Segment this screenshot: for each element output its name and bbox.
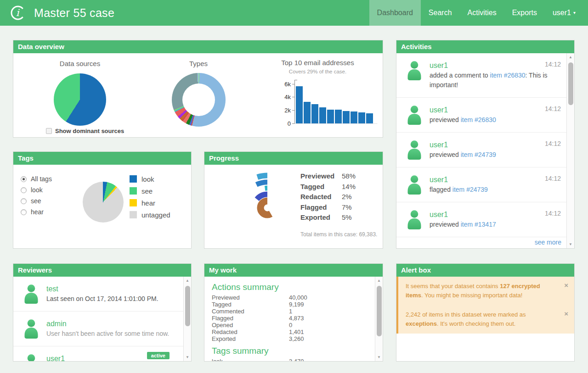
nav-item-exports[interactable]: Exports — [504, 0, 545, 26]
radio-icon[interactable] — [21, 209, 27, 215]
activity-item: user1 previewed item #26830 14:12 — [396, 98, 566, 133]
summary-row: Redacted 1,401 — [212, 328, 367, 335]
bar — [366, 113, 373, 123]
reviewer-status-text: Last seen on Oct 17, 2014 1:01:00 PM. — [46, 294, 170, 304]
case-title: Master 55 case — [34, 6, 114, 20]
scrollbar[interactable]: ▲ ▼ — [566, 53, 574, 248]
reviewer-name[interactable]: admin — [46, 319, 179, 329]
checkbox-label: Show dominant sources — [55, 128, 124, 134]
panel-title: Activities — [396, 40, 574, 53]
scroll-down-icon[interactable]: ▼ — [184, 355, 191, 359]
data-sources-chart-title: Data sources — [39, 60, 121, 67]
see-more-link[interactable]: see more — [535, 239, 561, 246]
reviewer-list: test Last seen on Oct 17, 2014 1:01:00 P… — [13, 277, 183, 361]
panel-title: Tags — [13, 152, 191, 165]
activity-timestamp: 14:12 — [545, 105, 561, 112]
y-tick-label: 6k — [265, 81, 291, 88]
nav-item-dashboard[interactable]: Dashboard — [369, 0, 421, 26]
tag-filter-radio[interactable]: All tags — [21, 173, 52, 184]
types-donut-chart — [172, 73, 226, 127]
panel-title: My work — [204, 264, 383, 277]
scrollbar-thumb[interactable] — [377, 286, 382, 336]
total-items-note: Total items in this case: 69,383. — [300, 231, 377, 238]
scrollbar-thumb[interactable] — [185, 286, 190, 326]
activity-item: user1 previewed item #13417 14:12 — [396, 202, 566, 237]
activity-item-link[interactable]: item #24739 — [452, 186, 488, 193]
app-logo-icon[interactable]: i — [9, 4, 27, 22]
scrollbar-thumb[interactable] — [568, 62, 573, 105]
panel-title: Data overview — [13, 40, 383, 53]
activity-item-link[interactable]: item #26830 — [461, 116, 496, 123]
user-avatar-icon — [406, 174, 423, 195]
scroll-up-icon[interactable]: ▲ — [184, 278, 191, 283]
activity-text: previewed item #26830 — [430, 115, 553, 125]
bar — [296, 86, 303, 123]
scroll-up-icon[interactable]: ▲ — [567, 55, 574, 59]
types-chart-title: Types — [166, 60, 231, 67]
panel-tags: Tags All tags look see hear look see hea… — [13, 151, 192, 249]
scroll-down-icon[interactable]: ▼ — [567, 242, 574, 246]
summary-row: Previewed 40,000 — [212, 294, 367, 301]
bar — [327, 110, 334, 123]
checkbox-icon[interactable] — [46, 128, 52, 134]
panel-my-work: My work Actions summary Previewed 40,000… — [204, 263, 383, 362]
summary-row: look 3,470 — [212, 358, 367, 361]
progress-stat-row: Exported5% — [300, 213, 356, 224]
activity-username[interactable]: user1 — [430, 140, 562, 150]
legend-swatch — [130, 211, 137, 218]
panel-title: Alert box — [396, 264, 574, 277]
summary-row: Tagged 9,199 — [212, 301, 367, 308]
user-avatar-icon — [406, 105, 423, 125]
my-work-content: Actions summary Previewed 40,000 Tagged … — [212, 278, 367, 361]
tag-filter-radio[interactable]: hear — [21, 206, 52, 217]
activity-text: added a comment to item #26830: This is … — [430, 71, 553, 90]
summary-row: Opened 0 — [212, 322, 367, 328]
alert-close-icon[interactable]: × — [564, 309, 568, 318]
alert-close-icon[interactable]: × — [564, 281, 568, 290]
user-avatar-icon — [23, 284, 40, 304]
progress-stat-row: Tagged14% — [300, 183, 356, 193]
user-avatar-icon — [406, 60, 423, 80]
radio-icon[interactable] — [21, 198, 27, 204]
panel-reviewers: Reviewers test Last seen on Oct 17, 2014… — [13, 263, 192, 362]
reviewer-item: user1 active — [13, 346, 183, 361]
tag-filter-radio[interactable]: look — [21, 184, 52, 195]
activity-item-link[interactable]: item #13417 — [461, 221, 496, 228]
svg-text:i: i — [16, 7, 20, 18]
progress-stat-row: Redacted2% — [300, 193, 356, 203]
bar — [319, 107, 326, 123]
reviewer-status-text: User hasn't been active for some time no… — [46, 329, 170, 339]
donut-hole — [182, 84, 215, 116]
y-tick-label: 4k — [265, 94, 291, 100]
bar — [311, 104, 318, 123]
activity-item-link[interactable]: item #24739 — [461, 151, 496, 158]
nav-item-search[interactable]: Search — [421, 0, 460, 26]
panel-alert-box: Alert box It seems that your dataset con… — [396, 263, 575, 362]
activity-item-link[interactable]: item #26830 — [490, 72, 526, 79]
activity-timestamp: 14:12 — [545, 140, 561, 147]
radio-icon[interactable] — [21, 187, 27, 193]
alert-list: It seems that your dataset contains 127 … — [396, 277, 574, 334]
scrollbar[interactable]: ▲ ▼ — [183, 277, 191, 361]
scroll-up-icon[interactable]: ▲ — [375, 278, 383, 283]
activity-username[interactable]: user1 — [430, 105, 562, 115]
top-emails-chart-title: Top 10 email addresses — [271, 59, 365, 67]
activity-username[interactable]: user1 — [430, 61, 562, 71]
scrollbar[interactable]: ▲ ▼ — [375, 277, 383, 361]
activity-username[interactable]: user1 — [430, 210, 562, 220]
user-avatar-icon — [23, 353, 40, 361]
legend-item: hear — [130, 197, 170, 209]
nav-user-menu[interactable]: user1▾ — [545, 0, 583, 26]
panel-activities: Activities user1 added a comment to item… — [396, 40, 575, 249]
activity-username[interactable]: user1 — [430, 175, 562, 185]
reviewer-item: test Last seen on Oct 17, 2014 1:01:00 P… — [13, 277, 183, 312]
panel-data-overview: Data overview Data sources Show dominant… — [13, 40, 383, 138]
nav-item-activities[interactable]: Activities — [460, 0, 504, 26]
summary-row: Commented 1 — [212, 308, 367, 315]
reviewer-name[interactable]: test — [46, 284, 179, 294]
radio-icon[interactable] — [21, 176, 27, 182]
user-avatar-icon — [406, 139, 423, 160]
show-dominant-sources-checkbox[interactable]: Show dominant sources — [46, 128, 124, 134]
scroll-down-icon[interactable]: ▼ — [375, 355, 383, 359]
tag-filter-radio[interactable]: see — [21, 195, 52, 206]
